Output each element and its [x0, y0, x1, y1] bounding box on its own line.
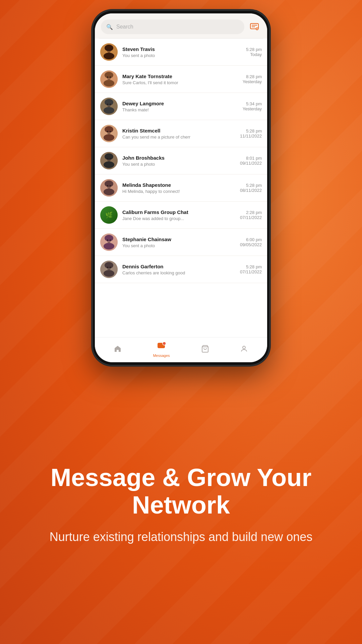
- message-time: 5:34 pmYesterday: [243, 101, 262, 111]
- message-content: Caliburn Farms Group ChatJane Doe was ad…: [122, 209, 235, 221]
- messages-badge-wrap: [157, 342, 166, 352]
- message-preview: Can you send me a picture of cherr: [122, 135, 235, 140]
- compose-button[interactable]: [248, 20, 261, 34]
- time-value: 5:28 pm: [240, 264, 262, 269]
- message-preview: Carlos cherries are looking good: [122, 270, 235, 275]
- svg-point-22: [110, 104, 111, 105]
- message-item[interactable]: Stephanie ChainsawYou sent a photo6:00 p…: [95, 229, 267, 256]
- message-content: Steven TravisYou sent a photo: [122, 46, 241, 58]
- svg-point-29: [104, 134, 114, 141]
- avatar: [100, 98, 118, 115]
- time-value: 5:28 pm: [240, 128, 262, 133]
- subheadline: Nurture existing relationships and build…: [50, 529, 312, 545]
- svg-point-51: [107, 267, 108, 268]
- time-date: Yesterday: [243, 79, 262, 84]
- time-date: 09/11/2022: [240, 161, 262, 166]
- bottom-nav: Messages: [95, 337, 267, 362]
- message-time: 8:01 pm09/11/2022: [240, 156, 262, 166]
- time-value: 5:34 pm: [243, 101, 262, 106]
- message-name: Mary Kate Tornstrate: [122, 73, 238, 79]
- avatar: [100, 179, 118, 197]
- svg-point-33: [107, 158, 108, 159]
- svg-point-56: [163, 342, 165, 344]
- svg-point-46: [110, 239, 111, 241]
- messages-label: Messages: [153, 354, 170, 358]
- message-time: 8:28 pmYesterday: [243, 74, 262, 84]
- svg-point-14: [105, 72, 113, 78]
- message-content: Mary Kate TornstrateSure Carlos, I'll se…: [122, 73, 238, 85]
- message-time: 5:28 pmToday: [246, 47, 262, 57]
- message-time: 5:28 pm07/11/2022: [240, 264, 262, 274]
- search-area: 🔍 Search: [95, 13, 267, 38]
- time-value: 8:28 pm: [243, 74, 262, 79]
- time-value: 5:28 pm: [240, 183, 262, 188]
- svg-point-58: [243, 346, 245, 349]
- message-name: Caliburn Farms Group Chat: [122, 209, 235, 215]
- svg-point-21: [107, 104, 108, 105]
- messages-list: Steven TravisYou sent a photo5:28 pmToda…: [95, 39, 267, 337]
- message-item[interactable]: Steven TravisYou sent a photo5:28 pmToda…: [95, 39, 267, 66]
- message-item[interactable]: Dewey LangmoreThanks mate!5:34 pmYesterd…: [95, 93, 267, 120]
- message-content: John BroshbacksYou sent a photo: [122, 155, 235, 167]
- svg-point-41: [104, 189, 114, 195]
- svg-point-27: [107, 131, 108, 132]
- message-time: 2:28 pm07/11/2022: [240, 210, 262, 220]
- message-item[interactable]: Melinda ShapestoneHi Melinda, happy to c…: [95, 174, 267, 202]
- avatar: [100, 43, 118, 61]
- message-time: 6:00 pm09/05/2022: [240, 237, 262, 247]
- search-bar[interactable]: 🔍 Search: [101, 19, 244, 34]
- time-date: 09/05/2022: [240, 242, 262, 247]
- svg-point-40: [110, 185, 111, 186]
- message-item[interactable]: 🌿Caliburn Farms Group ChatJane Doe was a…: [95, 202, 267, 229]
- svg-point-32: [105, 153, 113, 160]
- svg-point-45: [107, 239, 108, 241]
- phone-frame: 🔍 Search: [92, 10, 270, 366]
- message-item[interactable]: Kristin StemcellCan you send me a pictur…: [95, 120, 267, 147]
- svg-point-44: [105, 235, 113, 241]
- nav-item-messages[interactable]: Messages: [146, 340, 176, 360]
- message-name: Steven Travis: [122, 46, 241, 52]
- time-date: 08/11/2022: [240, 188, 262, 193]
- search-icon: 🔍: [106, 24, 113, 30]
- message-preview: Jane Doe was added to group...: [122, 216, 235, 221]
- message-name: John Broshbacks: [122, 155, 235, 161]
- svg-point-28: [110, 131, 111, 132]
- headline: Message & Grow Your Network: [20, 464, 342, 519]
- svg-point-52: [110, 267, 111, 268]
- home-icon: [114, 345, 122, 355]
- message-item[interactable]: Mary Kate TornstrateSure Carlos, I'll se…: [95, 66, 267, 93]
- message-content: Melinda ShapestoneHi Melinda, happy to c…: [122, 182, 235, 194]
- nav-item-shop[interactable]: [194, 343, 216, 357]
- avatar: [100, 152, 118, 169]
- svg-point-16: [110, 76, 111, 78]
- svg-point-38: [105, 180, 113, 187]
- avatar: [100, 233, 118, 251]
- phone-screen: 🔍 Search: [95, 13, 267, 362]
- message-content: Dennis GarfertonCarlos cherries are look…: [122, 264, 235, 275]
- message-item[interactable]: John BroshbacksYou sent a photo8:01 pm09…: [95, 147, 267, 174]
- message-name: Dennis Garferton: [122, 264, 235, 269]
- time-value: 6:00 pm: [240, 237, 262, 242]
- svg-point-53: [104, 270, 114, 277]
- message-name: Melinda Shapestone: [122, 182, 235, 188]
- svg-point-11: [104, 53, 114, 59]
- nav-item-profile[interactable]: [233, 343, 255, 357]
- avatar: [100, 70, 118, 88]
- svg-point-9: [107, 49, 108, 51]
- message-time: 5:28 pm08/11/2022: [240, 183, 262, 193]
- time-date: Today: [246, 52, 262, 57]
- message-content: Stephanie ChainsawYou sent a photo: [122, 236, 235, 248]
- shop-icon: [201, 345, 209, 355]
- message-preview: You sent a photo: [122, 53, 241, 58]
- nav-item-home[interactable]: [107, 343, 128, 357]
- message-content: Dewey LangmoreThanks mate!: [122, 101, 238, 112]
- time-date: Yesterday: [243, 106, 262, 111]
- bottom-section: Message & Grow Your Network Nurture exis…: [0, 366, 362, 644]
- time-value: 2:28 pm: [240, 210, 262, 215]
- message-name: Stephanie Chainsaw: [122, 236, 235, 242]
- message-item[interactable]: Dennis GarfertonCarlos cherries are look…: [95, 256, 267, 283]
- message-preview: You sent a photo: [122, 243, 235, 248]
- svg-point-34: [110, 158, 111, 159]
- avatar: [100, 261, 118, 278]
- time-date: 11/11/2022: [240, 133, 262, 139]
